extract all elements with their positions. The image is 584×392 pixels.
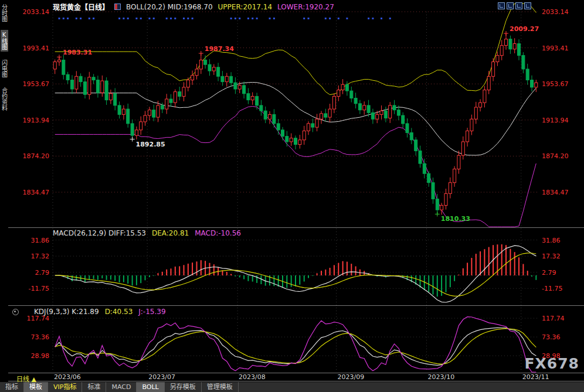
toolbar-item-指标[interactable]: 指标 (0, 382, 24, 392)
toolbar-item-VIP指标[interactable]: VIP指标 (48, 382, 82, 392)
svg-text:-11.75: -11.75 (29, 285, 49, 292)
sidebar-item-闪电图[interactable]: 闪电图 (1, 58, 8, 79)
chart-header: 现货黄金【日线】 BOLL(20,2) MID:1968.70 UPPER:20… (53, 2, 334, 12)
svg-text:31.86: 31.86 (542, 237, 561, 244)
svg-text:1987.34: 1987.34 (205, 45, 234, 53)
toolbar-item-管理模板[interactable]: 管理模板 (202, 382, 239, 392)
kdj-gridlines-and-labels: 117.74117.7473.3673.3628.9828.98 (27, 315, 565, 360)
bottom-toolbar: 指标模板VIP指标标准MACDBOLL另存模板管理模板 (0, 382, 584, 392)
x-axis-date-label: 2023/09 (338, 373, 365, 381)
svg-text:1983.31: 1983.31 (63, 49, 92, 56)
svg-text:2033.14: 2033.14 (23, 8, 50, 16)
svg-text:1834.47: 1834.47 (542, 189, 569, 196)
kdj-d-value: D:40.53 (105, 308, 133, 316)
svg-text:1953.67: 1953.67 (542, 80, 569, 88)
toolbar-item-另存模板[interactable]: 另存模板 (165, 382, 202, 392)
event-marker-dots (59, 18, 391, 19)
sidebar-item-K线图[interactable]: K线图 (1, 30, 8, 52)
macd-diff-value: MACD(26,12,9) DIFF:15.53 (53, 229, 146, 237)
x-axis-date-label: 2023/07 (148, 373, 175, 381)
toolbar-item-标准[interactable]: 标准 (82, 382, 106, 392)
boll-lower-value: LOWER:1920.27 (277, 3, 334, 11)
candlesticks (53, 33, 538, 214)
svg-text:2009.27: 2009.27 (510, 25, 539, 33)
watermark: FX678 (524, 355, 579, 372)
layout-compare-icon[interactable] (515, 2, 522, 9)
svg-text:1953.67: 1953.67 (23, 80, 50, 88)
toolbar-item-BOLL[interactable]: BOLL (137, 382, 164, 392)
svg-text:1913.94: 1913.94 (23, 117, 50, 124)
layout-single-icon[interactable] (498, 2, 505, 9)
kdj-j-value: J:-15.39 (138, 308, 165, 316)
svg-text:117.74: 117.74 (27, 315, 50, 322)
svg-text:1993.41: 1993.41 (542, 45, 569, 52)
svg-text:1810.33: 1810.33 (441, 215, 470, 223)
x-axis-date-label: 2023/08 (239, 373, 266, 381)
chart-canvas[interactable]: 2033.142033.141993.411993.411953.671953.… (0, 0, 584, 392)
svg-text:31.86: 31.86 (31, 237, 50, 244)
svg-text:1892.85: 1892.85 (136, 141, 165, 148)
svg-text:2.79: 2.79 (542, 269, 556, 277)
sidebar-item-合约资料[interactable]: 合约资料 (1, 86, 8, 113)
trading-app-window: 2033.142033.141993.411993.411953.671953.… (0, 0, 584, 392)
svg-text:-11.75: -11.75 (542, 285, 562, 292)
svg-text:2033.14: 2033.14 (542, 8, 569, 16)
kdj-panel-toggle-icon[interactable] (12, 309, 19, 315)
toolbar-item-MACD[interactable]: MACD (106, 382, 137, 392)
x-axis-date-label: 2023/11 (522, 373, 549, 381)
instrument-title: 现货黄金【日线】 (53, 2, 109, 12)
macd-dea-value: DEA:20.81 (152, 229, 189, 237)
toolbar-item-模板[interactable]: 模板 (24, 382, 48, 392)
price-annotations: 1983.311892.851987.341810.332009.27 (57, 25, 539, 223)
expand-icon[interactable] (524, 2, 531, 9)
sidebar-item-分时图[interactable]: 分时图 (1, 2, 8, 23)
x-axis-date-label: 2023/06 (54, 373, 81, 381)
kdj-lines (55, 317, 537, 372)
price-gridlines-and-labels: 2033.142033.141993.411993.411953.671953.… (23, 8, 569, 196)
svg-text:17.32: 17.32 (31, 253, 50, 260)
layout-grid-icon[interactable] (507, 2, 514, 9)
macd-histogram (55, 244, 537, 296)
svg-text:17.32: 17.32 (542, 253, 561, 260)
svg-text:2.79: 2.79 (35, 269, 50, 277)
svg-text:117.74: 117.74 (542, 315, 565, 322)
svg-text:1834.47: 1834.47 (23, 189, 50, 196)
svg-text:1993.41: 1993.41 (23, 45, 50, 52)
instrument-info-icon[interactable] (114, 4, 121, 10)
macd-bar-value: MACD:-10.56 (195, 229, 241, 237)
svg-text:1913.94: 1913.94 (542, 117, 569, 124)
x-axis-dates: 2023/062023/072023/082023/092023/102023/… (0, 373, 584, 381)
svg-text:73.36: 73.36 (31, 333, 50, 341)
svg-text:1874.20: 1874.20 (23, 152, 50, 160)
kdj-k-value: KDJ(9,3,3) K:21.89 (34, 308, 99, 316)
macd-lines (55, 246, 537, 302)
svg-text:1874.20: 1874.20 (542, 152, 569, 160)
svg-text:73.36: 73.36 (542, 333, 561, 341)
x-axis-date-label: 2023/10 (427, 373, 454, 381)
svg-text:28.98: 28.98 (31, 352, 50, 360)
boll-upper-value: UPPER:2017.14 (218, 3, 272, 11)
boll-mid-value: BOLL(20,2) MID:1968.70 (126, 3, 213, 11)
layout-icon-group (498, 2, 531, 9)
macd-panel-header: MACD(26,12,9) DIFF:15.53 DEA:20.81 MACD:… (53, 229, 241, 237)
chart-type-sidebar: 分时图K线图闪电图合约资料 (0, 2, 8, 113)
kdj-panel-header: KDJ(9,3,3) K:21.89 D:40.53 J:-15.39 (34, 308, 166, 316)
